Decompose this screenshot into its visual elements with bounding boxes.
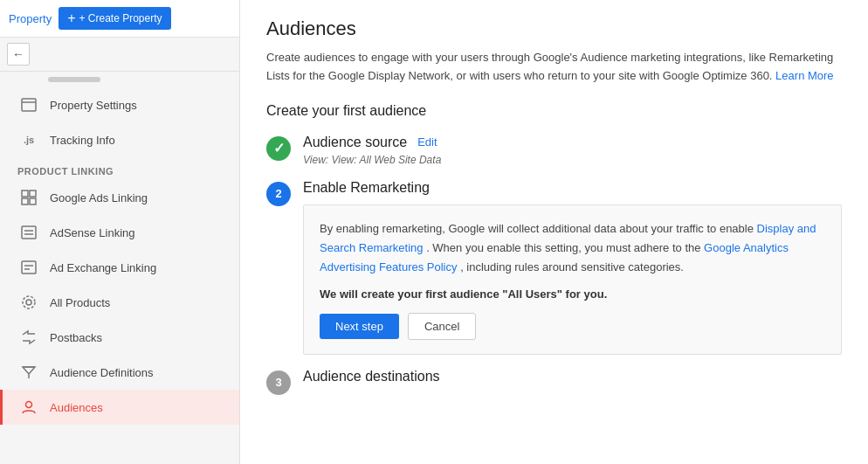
step-audience-destinations: 3 Audience destinations xyxy=(266,369,842,395)
step1-circle: ✓ xyxy=(266,136,291,161)
sidebar-item-ad-exchange-linking[interactable]: Ad Exchange Linking xyxy=(0,250,239,285)
sidebar-item-all-products-label: All Products xyxy=(50,296,110,309)
step1-content: Audience source Edit View: View: All Web… xyxy=(303,135,842,166)
remarketing-bold: We will create your first audience "All … xyxy=(320,287,825,301)
svg-rect-2 xyxy=(22,190,28,197)
step-enable-remarketing: 2 Enable Remarketing By enabling remarke… xyxy=(266,180,842,355)
svg-point-15 xyxy=(26,402,32,408)
remarketing-box: By enabling remarketing, Google will col… xyxy=(303,204,842,355)
sidebar-item-all-products[interactable]: All Products xyxy=(0,285,239,320)
svg-point-12 xyxy=(26,300,31,305)
main-content: Audiences Create audiences to engage wit… xyxy=(240,0,868,464)
step3-content: Audience destinations xyxy=(303,369,842,388)
gear-icon xyxy=(20,294,38,311)
svg-rect-4 xyxy=(22,198,28,204)
step1-subtitle: View: View: All Web Site Data xyxy=(303,154,842,166)
sidebar: Property + + Create Property ← Property … xyxy=(0,0,240,464)
remarketing-text: By enabling remarketing, Google will col… xyxy=(320,219,825,277)
grid-icon xyxy=(20,189,38,206)
step2-circle: 2 xyxy=(266,182,291,206)
btn-row: Next step Cancel xyxy=(320,313,825,340)
create-property-button[interactable]: + + Create Property xyxy=(59,7,170,30)
sidebar-item-ad-exchange-linking-label: Ad Exchange Linking xyxy=(50,261,156,274)
sidebar-item-tracking-info-label: Tracking Info xyxy=(50,134,115,147)
learn-more-link[interactable]: Learn More xyxy=(775,69,833,82)
sidebar-item-postbacks-label: Postbacks xyxy=(50,331,102,344)
cancel-button[interactable]: Cancel xyxy=(408,313,476,340)
scrollbar xyxy=(48,77,100,82)
filter-icon xyxy=(20,364,38,381)
sidebar-item-adsense-linking-label: AdSense Linking xyxy=(50,226,135,239)
step1-title: Audience source xyxy=(303,135,407,150)
step-audience-source: ✓ Audience source Edit View: View: All W… xyxy=(266,135,842,166)
sidebar-item-audiences-label: Audiences xyxy=(50,401,103,414)
sidebar-item-property-settings-label: Property Settings xyxy=(50,99,137,112)
plus-icon: + xyxy=(67,11,75,25)
page-description: Create audiences to engage with your use… xyxy=(266,49,842,86)
step3-circle: 3 xyxy=(266,371,291,395)
step3-header: Audience destinations xyxy=(303,369,842,384)
audiences-icon xyxy=(20,398,38,416)
step2-header: Enable Remarketing xyxy=(303,180,842,196)
svg-rect-0 xyxy=(22,99,36,111)
sidebar-item-adsense-linking[interactable]: AdSense Linking xyxy=(0,215,239,250)
step1-header: Audience source Edit xyxy=(303,135,842,150)
back-button[interactable]: ← xyxy=(7,43,30,66)
sidebar-item-audience-definitions-label: Audience Definitions xyxy=(50,366,154,379)
svg-rect-9 xyxy=(22,261,36,274)
sidebar-item-audiences[interactable]: Audiences xyxy=(0,390,239,425)
page-title: Audiences xyxy=(266,17,842,40)
js-icon: .js xyxy=(20,131,38,149)
property-tab[interactable]: Property xyxy=(9,12,52,25)
sidebar-item-property-settings[interactable]: Property Settings xyxy=(0,87,239,122)
sidebar-item-google-ads-linking[interactable]: Google Ads Linking xyxy=(0,180,239,215)
step2-title: Enable Remarketing xyxy=(303,180,430,196)
svg-rect-6 xyxy=(22,226,36,239)
step2-content: Enable Remarketing By enabling remarketi… xyxy=(303,180,842,355)
step3-title: Audience destinations xyxy=(303,369,440,384)
back-btn-row: ← xyxy=(0,38,239,72)
edit-link[interactable]: Edit xyxy=(417,135,437,149)
svg-rect-5 xyxy=(30,198,36,204)
lines-icon xyxy=(20,224,38,241)
next-step-button[interactable]: Next step xyxy=(320,314,399,339)
svg-point-13 xyxy=(23,296,35,308)
product-linking-label: PRODUCT LINKING xyxy=(0,157,239,180)
sidebar-item-tracking-info[interactable]: .js Tracking Info xyxy=(0,122,239,157)
sidebar-header: Property + + Create Property xyxy=(0,0,239,38)
sidebar-item-google-ads-linking-label: Google Ads Linking xyxy=(50,191,148,204)
sidebar-item-postbacks[interactable]: Postbacks xyxy=(0,320,239,355)
arrows-icon xyxy=(20,329,38,346)
square-lines-icon xyxy=(20,259,38,276)
description-text: Create audiences to engage with your use… xyxy=(266,51,833,82)
sidebar-item-audience-definitions[interactable]: Audience Definitions xyxy=(0,355,239,390)
window-icon xyxy=(20,96,38,114)
svg-rect-3 xyxy=(30,190,36,197)
section-title: Create your first audience xyxy=(266,103,842,119)
